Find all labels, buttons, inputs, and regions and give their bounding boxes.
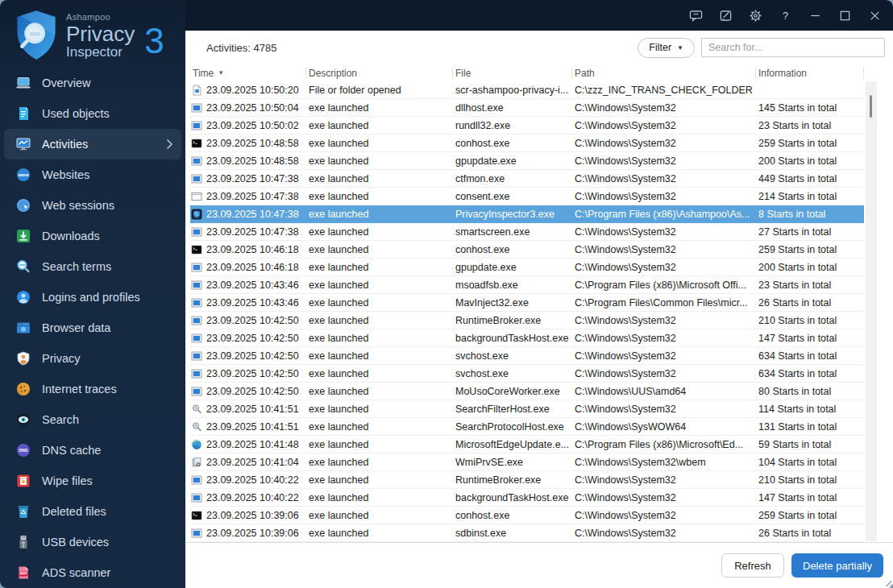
table-row[interactable]: 23.09.2025 10:46:18exe launchedconhost.e… bbox=[190, 241, 864, 259]
privacy-shield-icon bbox=[191, 209, 202, 220]
close-icon[interactable] bbox=[868, 9, 882, 23]
sidebar-item-label: Overview bbox=[42, 77, 90, 89]
table-row[interactable]: 23.09.2025 10:48:58exe launchedconhost.e… bbox=[190, 135, 864, 152]
sidebar-item-label: Activities bbox=[42, 138, 88, 151]
column-header-time[interactable]: Time▼ bbox=[190, 67, 306, 79]
sidebar-item-overview[interactable]: Overview bbox=[4, 68, 181, 98]
table-row[interactable]: 23.09.2025 10:42:50exe launchedbackgroun… bbox=[190, 329, 864, 347]
table-row[interactable]: 23.09.2025 10:41:51exe launchedSearchFil… bbox=[190, 400, 864, 418]
cell-information: 80 Starts in total bbox=[756, 386, 864, 397]
table-row[interactable]: 23.09.2025 10:47:38exe launchedconsent.e… bbox=[190, 188, 864, 205]
console-icon bbox=[191, 138, 202, 149]
table-row[interactable]: 23.09.2025 10:43:46exe launchedmsoadfsb.… bbox=[190, 276, 864, 294]
cell-time: 23.09.2025 10:43:46 bbox=[190, 297, 306, 308]
sidebar-item-web-sessions[interactable]: Web sessions bbox=[4, 190, 181, 221]
column-header-file[interactable]: File bbox=[453, 67, 572, 79]
cell-information: 131 Starts in total bbox=[756, 421, 864, 433]
sidebar-item-used-objects[interactable]: Used objects bbox=[4, 98, 181, 129]
table-row[interactable]: 23.09.2025 10:42:50exe launchedsvchost.e… bbox=[190, 347, 864, 365]
activities-count-label: Activities: 4785 bbox=[206, 42, 638, 54]
feedback-icon[interactable]: ** bbox=[689, 9, 703, 23]
refresh-button[interactable]: Refresh bbox=[721, 553, 784, 578]
sidebar-item-logins-and-profiles[interactable]: Logins and profiles bbox=[4, 282, 181, 313]
table-row[interactable]: 23.09.2025 10:41:51exe launchedSearchPro… bbox=[190, 418, 864, 436]
cell-description: exe launched bbox=[306, 421, 453, 433]
console-icon bbox=[191, 244, 202, 255]
app-window-icon bbox=[191, 226, 202, 238]
filter-button[interactable]: Filter ▼ bbox=[638, 38, 695, 58]
sidebar-item-label: Browser data bbox=[42, 321, 110, 334]
sidebar-item-browser-data[interactable]: Browser data bbox=[4, 313, 181, 343]
table-row[interactable]: 23.09.2025 10:41:04exe launchedWmiPrvSE.… bbox=[190, 453, 864, 471]
cell-time: 23.09.2025 10:42:50 bbox=[190, 315, 306, 326]
table-row[interactable]: 23.09.2025 10:40:22exe launchedRuntimeBr… bbox=[190, 471, 864, 489]
table-row[interactable]: 23.09.2025 10:46:18exe launchedgpupdate.… bbox=[190, 259, 864, 276]
cell-file: smartscreen.exe bbox=[453, 226, 572, 238]
svg-text:0101: 0101 bbox=[30, 31, 40, 36]
settings-gear-icon[interactable] bbox=[749, 9, 762, 23]
notes-icon[interactable] bbox=[719, 9, 733, 23]
help-icon[interactable]: ? bbox=[779, 9, 792, 23]
cell-file: sdbinst.exe bbox=[453, 528, 572, 539]
table-row[interactable]: 23.09.2025 10:47:38exe launchedPrivacyIn… bbox=[190, 205, 864, 223]
scrollbar-thumb[interactable] bbox=[870, 95, 872, 118]
column-header-path[interactable]: Path bbox=[572, 67, 756, 79]
cell-information: 114 Starts in total bbox=[756, 404, 864, 415]
sidebar-item-usb-devices[interactable]: USB devices bbox=[4, 527, 181, 557]
sidebar-item-privacy[interactable]: Privacy bbox=[4, 343, 181, 374]
svg-text:**: ** bbox=[694, 10, 699, 18]
cell-file: rundll32.exe bbox=[453, 120, 572, 131]
cell-path: C:\Windows\System32 bbox=[572, 315, 756, 326]
used-objects-icon bbox=[15, 106, 31, 122]
browser-data-icon bbox=[15, 320, 31, 336]
sidebar-item-deleted-files[interactable]: Deleted files bbox=[4, 496, 181, 527]
table-row[interactable]: 23.09.2025 10:39:06exe launchedconhost.e… bbox=[190, 507, 864, 524]
app-window-icon bbox=[191, 120, 202, 131]
cell-path: C:\Windows\System32 bbox=[572, 155, 756, 167]
table-row[interactable]: 23.09.2025 10:42:50exe launchedMoUsoCore… bbox=[190, 383, 864, 400]
ads-scanner-icon: ADS bbox=[15, 565, 31, 581]
sidebar-item-internet-traces[interactable]: Internet traces bbox=[4, 374, 181, 404]
cell-description: exe launched bbox=[306, 492, 453, 503]
table-row[interactable]: 23.09.2025 10:40:22exe launchedbackgroun… bbox=[190, 489, 864, 507]
cell-file: PrivacyInspector3.exe bbox=[453, 209, 572, 220]
internet-traces-cookie-icon bbox=[15, 381, 31, 397]
sidebar-item-websites[interactable]: wwwWebsites bbox=[4, 159, 181, 190]
column-header-information[interactable]: Information bbox=[756, 67, 864, 79]
cell-path: C:\Program Files\Common Files\micr... bbox=[572, 297, 756, 308]
cell-information: 26 Starts in total bbox=[756, 528, 864, 539]
search-input[interactable] bbox=[701, 38, 885, 57]
sidebar-item-downloads[interactable]: Downloads bbox=[4, 221, 181, 251]
table-row[interactable]: 23.09.2025 10:50:02exe launchedrundll32.… bbox=[190, 117, 864, 135]
column-header-description[interactable]: Description bbox=[306, 67, 453, 79]
table-row[interactable]: 23.09.2025 10:50:04exe launcheddllhost.e… bbox=[190, 99, 864, 117]
sidebar-item-search-terms[interactable]: Search terms bbox=[4, 251, 181, 282]
table-row[interactable]: 23.09.2025 10:50:20File or folder opened… bbox=[190, 81, 864, 99]
chevron-down-icon: ▼ bbox=[677, 44, 683, 52]
table-row[interactable]: 23.09.2025 10:39:06exe launchedsdbinst.e… bbox=[190, 524, 864, 542]
table-row[interactable]: 23.09.2025 10:42:50exe launchedsvchost.e… bbox=[190, 365, 864, 383]
cell-time: 23.09.2025 10:42:50 bbox=[190, 368, 306, 379]
table-row[interactable]: 23.09.2025 10:43:46exe launchedMavInject… bbox=[190, 294, 864, 312]
table-row[interactable]: 23.09.2025 10:47:38exe launchedctfmon.ex… bbox=[190, 170, 864, 188]
sidebar-item-search[interactable]: Search bbox=[4, 404, 181, 435]
sidebar-item-wipe-files[interactable]: Wipe files bbox=[4, 466, 181, 496]
table-row[interactable]: 23.09.2025 10:42:50exe launchedRuntimeBr… bbox=[190, 312, 864, 329]
sidebar-item-dns-cache[interactable]: DNSDNS cache bbox=[4, 435, 181, 466]
maximize-icon[interactable] bbox=[838, 9, 852, 23]
search-terms-icon bbox=[15, 259, 31, 275]
minimize-icon[interactable] bbox=[808, 9, 822, 23]
cell-file: RuntimeBroker.exe bbox=[453, 474, 572, 486]
time-value: 23.09.2025 10:42:50 bbox=[206, 350, 299, 362]
vertical-scrollbar[interactable] bbox=[866, 81, 877, 541]
websites-globe-icon: www bbox=[15, 167, 31, 183]
table-row[interactable]: 23.09.2025 10:48:58exe launchedgpupdate.… bbox=[190, 152, 864, 170]
sidebar-item-ads-scanner[interactable]: ADSADS scanner bbox=[4, 557, 181, 588]
sidebar-item-activities[interactable]: Activities bbox=[4, 129, 181, 159]
resize-grip[interactable] bbox=[883, 578, 891, 586]
delete-partially-button[interactable]: Delete partially bbox=[791, 553, 883, 578]
cell-description: exe launched bbox=[306, 386, 453, 397]
table-row[interactable]: 23.09.2025 10:41:48exe launchedMicrosoft… bbox=[190, 436, 864, 453]
cell-time: 23.09.2025 10:47:38 bbox=[190, 173, 306, 184]
table-row[interactable]: 23.09.2025 10:47:38exe launchedsmartscre… bbox=[190, 223, 864, 241]
